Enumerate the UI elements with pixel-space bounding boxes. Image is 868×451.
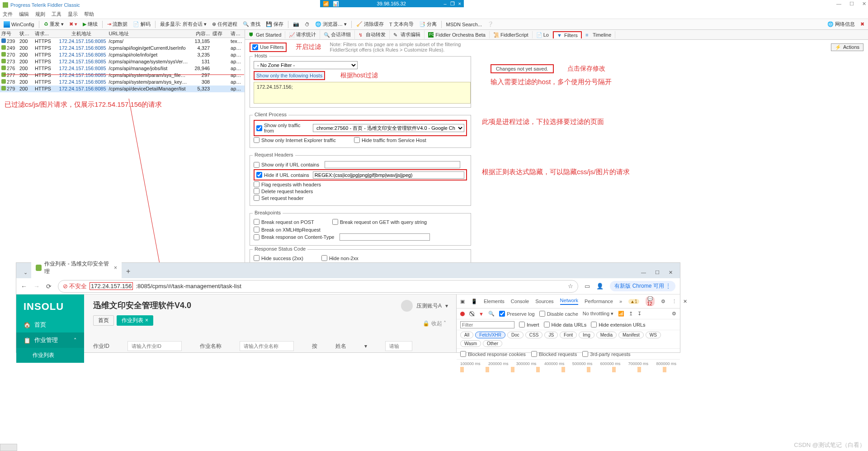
chrome-update-badge[interactable]: 有新版 Chrome 可用 ⋮ <box>610 281 675 291</box>
remove-button[interactable]: ✖ ▾ <box>67 21 79 28</box>
chrome-min-icon[interactable]: — <box>641 270 646 275</box>
replay-button[interactable]: ♻重发▾ <box>42 20 66 28</box>
anyproc-button[interactable]: ⊕任何进程 <box>210 20 239 28</box>
rh-hideif-checkbox[interactable]: Hide if URL contains <box>256 172 309 178</box>
dt-search-icon[interactable]: 🔍 <box>488 311 495 317</box>
dt-pill-ws[interactable]: WS <box>646 332 661 338</box>
dt-hideext-checkbox[interactable]: Hide extension URLs <box>591 322 645 328</box>
dt-record-icon[interactable] <box>460 312 465 316</box>
host-filter-mode[interactable]: Show only the following Hosts <box>254 71 325 80</box>
session-row[interactable]: 273200HTTPS172.24.157.156:8085/cpms/api/… <box>0 58 245 65</box>
dt-tab-elements[interactable]: Elements <box>484 299 505 304</box>
cp-ie-checkbox[interactable]: Show only Internet Explorer traffic <box>254 137 336 143</box>
decode-button[interactable]: 📄解码 <box>131 20 152 28</box>
find-button[interactable]: 🔍查找 <box>241 20 262 28</box>
dt-tab-network[interactable]: Network <box>560 298 578 305</box>
form-input-id[interactable] <box>127 341 182 351</box>
minimize-button[interactable]: — <box>836 1 841 7</box>
dt-disable-checkbox[interactable]: Disable cache <box>539 311 578 317</box>
chrome-dropdown-icon[interactable]: ⌄ <box>20 267 31 278</box>
collapse-toggle[interactable]: 🔒 收起 ˄ <box>423 320 446 328</box>
chrome-newtab-button[interactable]: + <box>122 265 135 278</box>
dt-pill-css[interactable]: CSS <box>525 332 543 338</box>
stream-button[interactable]: ⇥流数据 <box>105 20 129 28</box>
menu-rules[interactable]: 规则 <box>35 11 45 18</box>
zone-filter-select[interactable]: - No Zone Filter - <box>254 61 358 69</box>
session-row[interactable]: 239200HTTPS172.24.157.156:8085/cpms/13,1… <box>0 38 245 45</box>
chrome-url-input[interactable]: ⊘ 不安全 172.24.157.156:8085/cpms/#/task-ma… <box>58 280 578 293</box>
tab-filters[interactable]: ▼Filters <box>553 31 582 38</box>
dt-filter-icon[interactable]: ▼ <box>479 311 484 317</box>
dt-tab-sources[interactable]: Sources <box>535 299 553 304</box>
chrome-tab[interactable]: 作业列表 - 迅维文印安全管理 × <box>31 257 122 278</box>
tearoff-button[interactable]: 📑分离 <box>417 20 439 28</box>
chrome-profile-icon[interactable]: 👤 <box>596 283 604 290</box>
cp-svc-checkbox[interactable]: Hide traffic from Service Host <box>354 137 426 143</box>
session-row[interactable]: 270200HTTPS172.24.157.156:8085/cpms/api/… <box>0 52 245 58</box>
help-button[interactable]: ❔ <box>486 21 495 28</box>
go-button[interactable]: ▶继续 <box>81 20 99 28</box>
rh-del-checkbox[interactable]: Delete request headers <box>254 188 467 194</box>
msdn-search[interactable]: MSDN Search... <box>444 21 484 28</box>
maximize-button[interactable]: ☐ <box>849 1 854 7</box>
tab-inspectors[interactable]: 🔍会话详细 <box>320 30 355 39</box>
dt-clear-icon[interactable] <box>469 311 474 316</box>
dt-pill-other[interactable]: Other <box>483 340 502 347</box>
user-avatar[interactable] <box>401 300 413 312</box>
dt-warn-badge[interactable]: ▲1 <box>628 299 639 304</box>
rh-regex-input[interactable] <box>313 171 464 179</box>
dt-pill-img[interactable]: Img <box>579 332 594 338</box>
screenshot-button[interactable]: 📷 <box>291 21 301 28</box>
bp-get-checkbox[interactable]: Break request on GET with query string <box>332 219 427 225</box>
chrome-ext-icon[interactable]: ▭ <box>585 283 590 290</box>
close-button[interactable]: ✕ <box>862 1 866 7</box>
netinfo-button[interactable]: 🌐网络信息 <box>826 20 857 28</box>
menu-help[interactable]: 帮助 <box>84 11 94 18</box>
chrome-tab-close-icon[interactable]: × <box>114 265 117 271</box>
tab-composer[interactable]: ✎请求编辑 <box>390 30 425 39</box>
textwizard-button[interactable]: T文本向导 <box>387 20 415 28</box>
sidebar-joblist[interactable]: 作业列表 <box>16 348 84 363</box>
dt-download-icon[interactable]: ↧ <box>637 311 642 317</box>
dt-hidedata-checkbox[interactable]: Hide data URLs <box>544 322 587 328</box>
dt-brq-checkbox[interactable]: Blocked requests <box>531 351 577 357</box>
dt-wifi-icon[interactable]: 📶 <box>618 311 624 317</box>
bc-home[interactable]: 首页 <box>93 315 114 326</box>
dt-tpr-checkbox[interactable]: 3rd-party requests <box>582 351 630 357</box>
dt-preserve-checkbox[interactable]: Preserve log <box>499 311 535 317</box>
dt-menu-icon[interactable]: ⋮ <box>672 299 677 304</box>
sc-2xx-checkbox[interactable]: Hide success (2xx) <box>254 255 303 261</box>
bp-xhr-checkbox[interactable]: Break on XMLHttpRequest <box>254 227 467 233</box>
timer-button[interactable]: ⏱ <box>303 21 311 28</box>
sky-max-icon[interactable]: ❐ <box>450 1 455 7</box>
session-row[interactable]: 276200HTTPS172.24.157.156:8085/cpms/api/… <box>0 65 245 72</box>
actions-button[interactable]: ⚡Actions <box>831 43 863 51</box>
sky-min-icon[interactable]: – <box>443 1 446 7</box>
dt-gear-icon[interactable]: ⚙ <box>672 311 676 317</box>
menu-edit[interactable]: 编辑 <box>19 11 29 18</box>
sky-close-icon[interactable]: × <box>458 1 461 7</box>
rh-showif-checkbox[interactable]: Show only if URL contains <box>254 161 467 168</box>
dt-settings-icon[interactable]: ⚙ <box>661 299 665 304</box>
sidebar-home[interactable]: 🏠 首页 <box>16 317 84 332</box>
dt-chat-badge[interactable]: 💬12 <box>646 296 655 306</box>
winconfig-button[interactable]: WinConfig <box>2 21 36 28</box>
form-input-name[interactable] <box>240 341 294 351</box>
bottom-scrollbar[interactable] <box>0 444 17 451</box>
chrome-reload-icon[interactable]: ⟳ <box>46 283 52 290</box>
chrome-close-icon[interactable]: ✕ <box>669 270 673 275</box>
clearcache-button[interactable]: 🧹清除缓存 <box>354 20 386 28</box>
cp-showonly-checkbox[interactable]: Show only traffic from <box>256 123 310 133</box>
dt-tab-performance[interactable]: Performance <box>585 299 613 304</box>
bp-post-checkbox[interactable]: Break request on POST <box>254 219 314 225</box>
chrome-back-icon[interactable]: ← <box>21 283 27 290</box>
dt-filter-input[interactable] <box>460 321 514 328</box>
chrome-forward-icon[interactable]: → <box>33 283 40 290</box>
dt-pill-manifest[interactable]: Manifest <box>618 332 644 338</box>
sidebar-jobs[interactable]: 📋 作业管理˄ <box>16 332 84 348</box>
rh-flag-checkbox[interactable]: Flag requests with headers <box>254 181 467 187</box>
bp-ct-checkbox[interactable]: Break response on Content-Type <box>254 233 467 241</box>
rh-set-checkbox[interactable]: Set request header <box>254 195 467 201</box>
tab-getstarted[interactable]: ⛊Get Started <box>245 31 285 38</box>
session-row[interactable]: 278200HTTPS172.24.157.156:8085/cpms/api/… <box>0 79 245 85</box>
